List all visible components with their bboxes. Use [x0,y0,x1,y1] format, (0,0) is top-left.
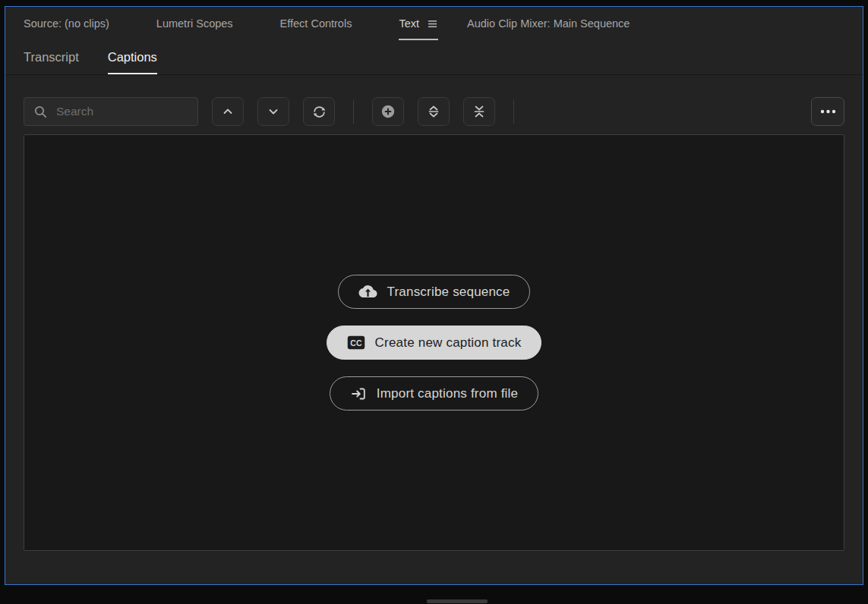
next-caption-button[interactable] [257,97,289,126]
svg-text:CC: CC [350,338,362,348]
sync-refresh-icon [312,105,327,119]
merge-captions-icon [472,105,486,118]
import-file-icon [350,385,367,402]
panel-tab-bar: Source: (no clips) Lumetri Scopes Effect… [5,7,863,40]
sync-captions-button[interactable] [303,97,335,126]
toolbar-divider [513,99,514,124]
subtab-label: Captions [108,50,157,64]
toolbar-divider [353,99,354,124]
tab-label: Audio Clip Mixer: Main Sequence [467,17,630,30]
closed-captions-icon: CC [347,335,365,350]
more-options-button[interactable] [811,97,844,126]
horizontal-scrollbar-thumb[interactable] [427,599,488,603]
chevron-up-icon [222,105,234,118]
button-label: Create new caption track [375,335,522,351]
tab-audio-clip-mixer[interactable]: Audio Clip Mixer: Main Sequence [467,7,630,40]
captions-toolbar [5,75,863,127]
empty-state-actions: Transcribe sequence CC Create new captio… [327,275,542,411]
transcribe-sequence-button[interactable]: Transcribe sequence [338,275,531,309]
tab-label: Effect Controls [280,17,352,30]
add-caption-button[interactable] [372,97,404,126]
search-box[interactable] [24,97,198,126]
subtab-label: Transcript [24,50,79,64]
import-captions-button[interactable]: Import captions from file [330,376,538,411]
text-panel: Source: (no clips) Lumetri Scopes Effect… [5,6,863,585]
plus-circle-icon [380,104,396,119]
previous-caption-button[interactable] [212,97,244,126]
tab-source[interactable]: Source: (no clips) [24,7,109,40]
tab-label: Source: (no clips) [24,17,109,30]
text-subtab-bar: Transcript Captions [5,40,863,75]
caption-list-area: Transcribe sequence CC Create new captio… [24,134,844,551]
tab-text[interactable]: Text [399,7,438,40]
ellipsis-icon [820,109,836,114]
split-caption-icon [427,105,440,118]
tab-lumetri-scopes[interactable]: Lumetri Scopes [156,7,233,40]
tab-captions[interactable]: Captions [108,40,157,74]
merge-captions-button[interactable] [463,97,495,126]
search-icon [33,105,47,118]
panel-menu-icon[interactable] [427,19,438,29]
tab-label: Lumetri Scopes [156,17,233,30]
tab-effect-controls[interactable]: Effect Controls [280,7,352,40]
tab-transcript[interactable]: Transcript [24,40,79,74]
split-caption-button[interactable] [418,97,450,126]
cloud-upload-icon [358,284,377,300]
button-label: Transcribe sequence [387,285,510,300]
tab-label: Text [399,17,419,30]
search-input[interactable] [55,104,188,119]
button-label: Import captions from file [377,386,518,401]
chevron-down-icon [267,105,279,118]
create-caption-track-button[interactable]: CC Create new caption track [327,326,542,360]
